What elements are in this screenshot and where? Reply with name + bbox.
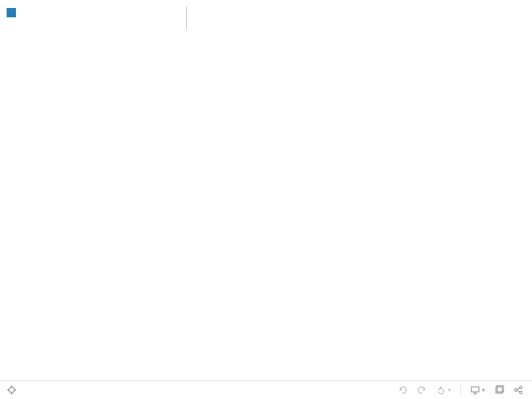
top-axis	[187, 7, 525, 17]
legend-swatch	[7, 8, 16, 17]
svg-point-22	[519, 386, 522, 389]
redo-icon	[417, 385, 427, 395]
legend-item[interactable]	[7, 8, 19, 17]
reset-button[interactable]: ▾	[436, 385, 451, 395]
share-icon	[513, 385, 523, 395]
svg-line-25	[517, 390, 520, 392]
bottom-axis	[187, 19, 525, 29]
svg-point-23	[519, 391, 522, 394]
presentation-button[interactable]: ▾	[470, 385, 485, 395]
legend	[7, 5, 19, 17]
tableau-public-link[interactable]	[7, 385, 19, 395]
download-icon	[494, 385, 504, 395]
redo-button[interactable]	[417, 385, 427, 395]
plot-area	[186, 7, 525, 29]
svg-rect-16	[471, 387, 479, 392]
chart	[106, 5, 525, 29]
svg-point-21	[515, 389, 517, 392]
presentation-icon	[470, 385, 480, 395]
share-button[interactable]	[513, 385, 525, 395]
svg-line-24	[517, 388, 520, 390]
reset-icon	[436, 385, 446, 395]
separator	[460, 385, 461, 396]
undo-button[interactable]	[398, 385, 408, 395]
tableau-icon	[7, 385, 17, 395]
undo-icon	[398, 385, 408, 395]
toolbar: ▾ ▾	[0, 380, 532, 399]
download-button[interactable]	[494, 385, 504, 395]
